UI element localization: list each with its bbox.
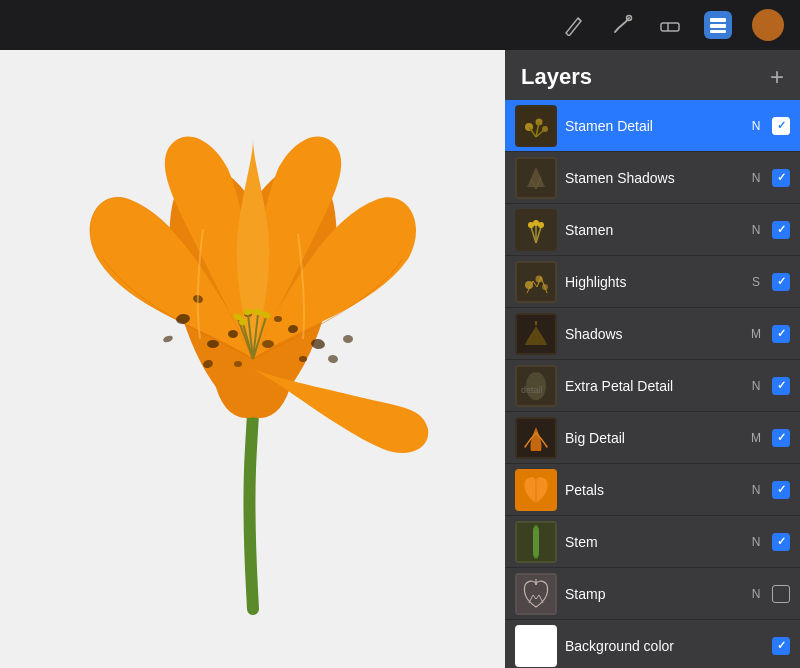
layer-name-petals: Petals xyxy=(565,482,740,498)
svg-rect-65 xyxy=(533,527,539,557)
layers-panel: Layers + Stamen Detail xyxy=(505,50,800,668)
eraser-tool[interactable] xyxy=(656,11,684,39)
svg-line-0 xyxy=(578,18,581,21)
layers-title: Layers xyxy=(521,64,592,90)
layer-visibility-highlights[interactable] xyxy=(772,273,790,291)
layer-mode-stem: N xyxy=(748,535,764,549)
layer-name-shadows: Shadows xyxy=(565,326,740,342)
layer-thumb-background-color xyxy=(515,625,557,667)
layer-thumb-extra-petal: detail xyxy=(515,365,557,407)
brush-tool[interactable] xyxy=(560,11,588,39)
layer-visibility-background-color[interactable] xyxy=(772,637,790,655)
layer-thumb-petals xyxy=(515,469,557,511)
layer-thumb-highlights xyxy=(515,261,557,303)
layer-mode-petals: N xyxy=(748,483,764,497)
layer-name-stem: Stem xyxy=(565,534,740,550)
layer-thumb-stamen-shadows xyxy=(515,157,557,199)
layer-visibility-big-detail[interactable] xyxy=(772,429,790,447)
svg-point-52 xyxy=(525,281,533,289)
svg-point-17 xyxy=(274,316,282,322)
layer-thumb-stamp xyxy=(515,573,557,615)
svg-point-23 xyxy=(162,334,173,343)
svg-rect-6 xyxy=(710,30,726,33)
layers-list: Stamen Detail N Stamen Shadows N xyxy=(505,100,800,668)
smudge-tool[interactable] xyxy=(608,11,636,39)
svg-rect-5 xyxy=(710,24,726,28)
layer-visibility-stamen-detail[interactable] xyxy=(772,117,790,135)
color-picker[interactable] xyxy=(752,9,784,41)
layer-visibility-petals[interactable] xyxy=(772,481,790,499)
layer-petals[interactable]: Petals N xyxy=(505,464,800,516)
layer-mode-shadows: M xyxy=(748,327,764,341)
layer-thumb-stamen-detail xyxy=(515,105,557,147)
layer-background-color[interactable]: Background color xyxy=(505,620,800,668)
layer-visibility-stamp[interactable] xyxy=(772,585,790,603)
layer-extra-petal-detail[interactable]: detail Extra Petal Detail N xyxy=(505,360,800,412)
svg-rect-2 xyxy=(661,23,679,31)
svg-point-13 xyxy=(262,340,274,348)
layer-highlights[interactable]: Highlights S xyxy=(505,256,800,308)
layer-name-stamen-detail: Stamen Detail xyxy=(565,118,740,134)
svg-rect-51 xyxy=(517,263,555,301)
canvas-area[interactable] xyxy=(0,50,505,668)
svg-point-59 xyxy=(526,372,546,400)
layer-stamen-shadows[interactable]: Stamen Shadows N xyxy=(505,152,800,204)
svg-rect-4 xyxy=(710,18,726,22)
main-content: Layers + Stamen Detail xyxy=(0,50,800,668)
layer-visibility-stem[interactable] xyxy=(772,533,790,551)
layer-mode-stamp: N xyxy=(748,587,764,601)
svg-point-50 xyxy=(538,222,544,228)
layer-mode-big-detail: M xyxy=(748,431,764,445)
add-layer-button[interactable]: + xyxy=(770,65,784,89)
layer-visibility-extra-petal[interactable] xyxy=(772,377,790,395)
layer-name-background-color: Background color xyxy=(565,638,740,654)
svg-point-22 xyxy=(343,335,353,343)
layer-name-stamen: Stamen xyxy=(565,222,740,238)
layer-stamp[interactable]: Stamp N xyxy=(505,568,800,620)
layer-name-big-detail: Big Detail xyxy=(565,430,740,446)
flower-canvas xyxy=(38,89,468,629)
layer-thumb-big-detail xyxy=(515,417,557,459)
layer-stamen[interactable]: Stamen N xyxy=(505,204,800,256)
layer-big-detail[interactable]: Big Detail M xyxy=(505,412,800,464)
layers-header: Layers + xyxy=(505,50,800,100)
layer-mode-stamen-detail: N xyxy=(748,119,764,133)
layer-name-stamen-shadows: Stamen Shadows xyxy=(565,170,740,186)
layer-name-highlights: Highlights xyxy=(565,274,740,290)
layer-shadows[interactable]: Shadows M xyxy=(505,308,800,360)
svg-point-20 xyxy=(299,356,307,362)
svg-point-19 xyxy=(234,361,242,367)
layer-mode-highlights: S xyxy=(748,275,764,289)
svg-point-21 xyxy=(327,355,338,364)
layer-stem[interactable]: Stem N xyxy=(505,516,800,568)
layer-visibility-stamen[interactable] xyxy=(772,221,790,239)
toolbar xyxy=(0,0,800,50)
layer-name-extra-petal: Extra Petal Detail xyxy=(565,378,740,394)
svg-rect-34 xyxy=(517,107,555,145)
layer-visibility-shadows[interactable] xyxy=(772,325,790,343)
layer-mode-stamen-shadows: N xyxy=(748,171,764,185)
layers-tool[interactable] xyxy=(704,11,732,39)
layer-mode-extra-petal: N xyxy=(748,379,764,393)
layer-thumb-shadows xyxy=(515,313,557,355)
layer-visibility-stamen-shadows[interactable] xyxy=(772,169,790,187)
layer-name-stamp: Stamp xyxy=(565,586,740,602)
svg-point-10 xyxy=(207,340,219,348)
layer-thumb-stem xyxy=(515,521,557,563)
layer-stamen-detail[interactable]: Stamen Detail N xyxy=(505,100,800,152)
svg-point-12 xyxy=(228,330,238,338)
layer-thumb-stamen xyxy=(515,209,557,251)
layer-mode-stamen: N xyxy=(748,223,764,237)
